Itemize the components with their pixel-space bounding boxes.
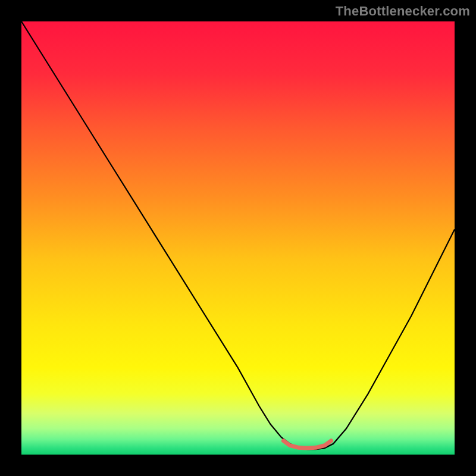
plot-area bbox=[21, 21, 455, 455]
bottleneck-curve-chart bbox=[21, 21, 455, 455]
chart-frame: TheBottlenecker.com bbox=[0, 0, 476, 476]
watermark-text: TheBottlenecker.com bbox=[336, 4, 470, 19]
gradient-background bbox=[21, 21, 455, 455]
